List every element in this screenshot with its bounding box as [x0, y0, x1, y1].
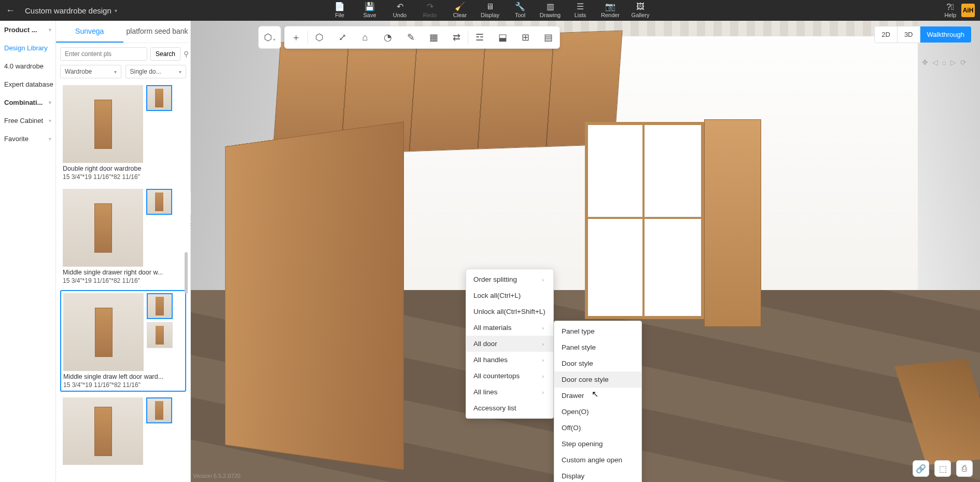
filter-icon[interactable]: ⚲ [184, 49, 189, 59]
viewport-3d[interactable]: ⬡▾ ＋⬡⤢⌂◔✎▦⇄☲⬓⊞▤ 2D3DWalkthrough ✥ ◁ ⌂ ▷ … [191, 21, 980, 482]
menu-label: Unlock all(Ctrl+Shift+L) [473, 308, 545, 315]
menu-item[interactable]: Order splitting› [466, 271, 553, 287]
menu-label: All handles [473, 356, 508, 364]
search-input[interactable] [60, 47, 147, 61]
vp-tool-6[interactable]: ▦ [422, 26, 445, 49]
menu-item[interactable]: All lines› [466, 384, 553, 400]
menu-item[interactable]: Unlock all(Ctrl+Shift+L) [466, 304, 553, 320]
tool-icon: ▤ [544, 32, 553, 43]
library-card[interactable]: ☆ [60, 395, 186, 467]
toolbar-redo[interactable]: ↷Redo [415, 0, 445, 21]
help-button[interactable]: ?⃝ Help [944, 3, 956, 18]
library-card[interactable]: ☆Middle single drawer right door w...15 … [60, 186, 186, 287]
nav-move-icon[interactable]: ✥ [922, 58, 928, 66]
variant-thumb[interactable] [146, 189, 172, 215]
library-card[interactable]: ☆Double right door wardrobe15 3/4"*19 11… [60, 82, 186, 183]
sliding-wardrobe[interactable] [585, 122, 704, 319]
vp-tool-4[interactable]: ◔ [376, 26, 399, 49]
menu-item[interactable]: Door core style [554, 371, 641, 388]
card-thumb[interactable] [63, 293, 144, 371]
scrollbar-thumb[interactable] [185, 252, 188, 294]
vp-tool-8[interactable]: ☲ [468, 26, 491, 49]
toolbar-drawing[interactable]: ▥Drawing [535, 0, 565, 21]
menu-item[interactable]: All door› [466, 336, 553, 352]
library-card[interactable]: ☆Middle single draw left door ward...15 … [60, 290, 186, 392]
menu-item[interactable]: Step opening [554, 436, 641, 452]
menu-item[interactable]: Custom angle open [554, 452, 641, 468]
link-icon[interactable]: 🔗 [913, 460, 929, 477]
menu-item[interactable]: All countertops› [466, 368, 553, 384]
menu-item[interactable]: Display [554, 468, 641, 482]
card-thumb[interactable] [63, 189, 143, 267]
vp-tool-1[interactable]: ⬡ [308, 26, 331, 49]
variant-thumb[interactable] [147, 322, 173, 348]
leftnav-item[interactable]: Free Cabinet▾ [0, 112, 55, 130]
viewport-mode-button[interactable]: ⬡▾ [258, 26, 281, 49]
menu-item[interactable]: Panel style [554, 339, 641, 355]
toolbar-save[interactable]: 💾Save [355, 0, 385, 21]
vp-tool-9[interactable]: ⬓ [491, 26, 514, 49]
toolbar-gallery[interactable]: 🖼Gallery [625, 0, 655, 21]
variant-thumb[interactable] [146, 397, 172, 423]
menu-item[interactable]: Off(O) [554, 420, 641, 436]
toolbar-clear[interactable]: 🧹Clear [445, 0, 475, 21]
menu-item[interactable]: Panel type [554, 323, 641, 339]
nav-prev-icon[interactable]: ◁ [932, 58, 938, 66]
variant-thumb[interactable] [146, 85, 172, 111]
leftnav-item[interactable]: Combinati...▾ [0, 93, 55, 112]
menu-item[interactable]: Door style [554, 355, 641, 371]
vp-tool-7[interactable]: ⇄ [445, 26, 468, 49]
leftnav-item[interactable]: Product ...▾ [0, 21, 55, 39]
vp-tool-2[interactable]: ⤢ [331, 26, 354, 49]
library-tab-sunvega[interactable]: Sunvega [56, 21, 123, 43]
help-label: Help [944, 12, 956, 18]
viewmode-3d[interactable]: 3D [897, 26, 920, 43]
menu-item[interactable]: Lock all(Ctrl+L) [466, 287, 553, 304]
toolbar-undo[interactable]: ↶Undo [385, 0, 415, 21]
vp-tool-11[interactable]: ▤ [537, 26, 559, 49]
card-thumb[interactable] [63, 397, 143, 465]
tall-cabinet-left[interactable] [225, 121, 404, 470]
tall-cabinet-right[interactable] [704, 119, 761, 327]
leftnav-item[interactable]: Favorite▾ [0, 130, 55, 148]
vp-tool-3[interactable]: ⌂ [354, 26, 376, 49]
cube-view-icon[interactable]: ⬚ [934, 460, 951, 477]
variant-thumb[interactable] [147, 293, 173, 319]
library-list[interactable]: ☆Double right door wardrobe15 3/4"*19 11… [56, 82, 190, 482]
menu-item[interactable]: All materials› [466, 320, 553, 336]
chevron-right-icon: › [542, 341, 544, 347]
menu-item[interactable]: Accessory list [466, 400, 553, 416]
card-thumb[interactable] [63, 85, 143, 163]
toolbar-lists[interactable]: ☰Lists [565, 0, 595, 21]
nav-next-icon[interactable]: ▷ [950, 58, 956, 66]
toolbar-render[interactable]: 📷Render [595, 0, 625, 21]
viewmode-walkthrough[interactable]: Walkthrough [920, 26, 972, 43]
leftnav-item[interactable]: 4.0 wardrobe [0, 57, 55, 75]
project-title[interactable]: Custom wardrobe design ▾ [21, 6, 121, 15]
leftnav-item[interactable]: Design Library [0, 39, 55, 57]
category-select[interactable]: Wardrobe▾ [60, 65, 121, 78]
subtype-select[interactable]: Single do...▾ [125, 65, 187, 78]
nav-home-icon[interactable]: ⌂ [942, 58, 946, 66]
menu-item[interactable]: All handles› [466, 352, 553, 368]
brand-logo[interactable]: AiH [961, 4, 975, 17]
context-submenu-all-door[interactable]: Panel typePanel styleDoor styleDoor core… [554, 321, 642, 482]
leftnav-label: Combinati... [4, 99, 43, 106]
back-button[interactable]: ← [0, 5, 21, 16]
vp-tool-5[interactable]: ✎ [399, 26, 422, 49]
menu-item[interactable]: Drawer [554, 388, 641, 404]
toolbar-file[interactable]: 📄File [325, 0, 355, 21]
context-menu[interactable]: Order splitting›Lock all(Ctrl+L)Unlock a… [466, 269, 554, 419]
tool-icon: ⊞ [522, 32, 529, 43]
viewmode-2d[interactable]: 2D [875, 26, 897, 43]
leftnav-item[interactable]: Expert database [0, 75, 55, 93]
nav-refresh-icon[interactable]: ⟳ [960, 58, 967, 66]
toolbar-tool[interactable]: 🔧Tool [505, 0, 535, 21]
vp-tool-0[interactable]: ＋ [285, 26, 307, 49]
menu-item[interactable]: Open(O) [554, 404, 641, 420]
snapshot-icon[interactable]: ⎙ [956, 460, 973, 477]
search-button[interactable]: Search [150, 47, 180, 61]
toolbar-display[interactable]: 🖥Display [475, 0, 505, 21]
vp-tool-10[interactable]: ⊞ [514, 26, 537, 49]
library-tab-seedbank[interactable]: platform seed bank [123, 21, 191, 43]
